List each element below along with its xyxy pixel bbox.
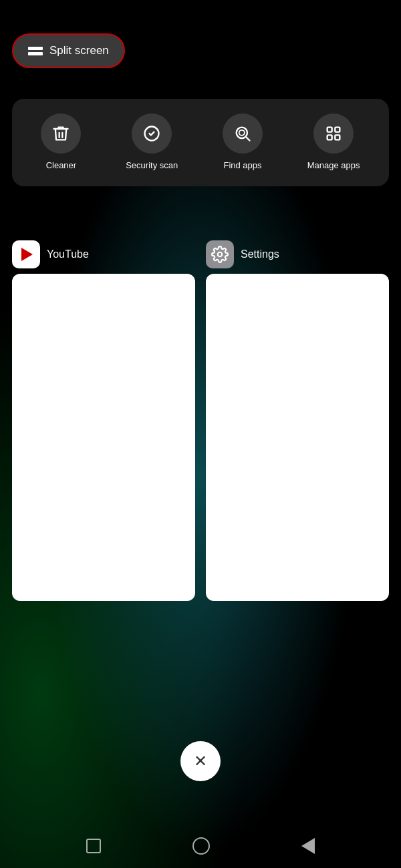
svg-rect-6 <box>327 135 332 140</box>
home-nav-button[interactable] <box>192 837 210 855</box>
app-card-youtube[interactable]: YouTube <box>12 240 195 601</box>
search-icon <box>233 124 252 143</box>
recents-nav-button[interactable] <box>86 839 101 853</box>
manage-apps-icon-circle <box>313 114 354 154</box>
grid-icon <box>324 124 343 143</box>
cleaner-label: Cleaner <box>46 160 77 172</box>
shield-check-icon <box>142 124 161 143</box>
navigation-bar <box>0 837 401 855</box>
svg-point-3 <box>239 130 245 136</box>
tool-security-scan[interactable]: Security scan <box>126 114 178 172</box>
youtube-header: YouTube <box>12 240 195 268</box>
youtube-thumbnail[interactable] <box>12 274 195 601</box>
tool-find-apps[interactable]: Find apps <box>223 114 263 172</box>
back-nav-button[interactable] <box>301 838 315 854</box>
split-screen-icon <box>28 47 43 55</box>
app-switcher: YouTube Settings <box>12 240 389 601</box>
settings-header: Settings <box>206 240 389 268</box>
gear-icon <box>211 246 229 263</box>
security-scan-icon-circle <box>132 114 172 154</box>
tool-cleaner[interactable]: Cleaner <box>41 114 81 172</box>
security-scan-label: Security scan <box>126 160 178 172</box>
cleaner-icon-circle <box>41 114 81 154</box>
find-apps-label: Find apps <box>223 160 261 172</box>
settings-app-name: Settings <box>241 248 279 260</box>
close-button[interactable]: ✕ <box>180 741 221 781</box>
youtube-icon <box>12 240 40 268</box>
youtube-app-name: YouTube <box>47 248 89 260</box>
settings-thumbnail[interactable] <box>206 274 389 601</box>
quick-tools-panel: Cleaner Security scan Find apps <box>12 99 389 186</box>
trash-icon <box>51 124 70 143</box>
svg-rect-5 <box>336 128 340 132</box>
svg-point-8 <box>218 252 223 257</box>
svg-rect-7 <box>336 135 340 140</box>
youtube-play-icon <box>21 248 33 261</box>
settings-icon <box>206 240 234 268</box>
find-apps-icon-circle <box>223 114 263 154</box>
manage-apps-label: Manage apps <box>307 160 360 172</box>
tool-manage-apps[interactable]: Manage apps <box>307 114 360 172</box>
svg-line-2 <box>246 137 249 140</box>
close-icon: ✕ <box>194 753 207 769</box>
split-screen-button[interactable]: Split screen <box>12 33 125 68</box>
main-content: Split screen Cleaner <box>0 0 401 868</box>
split-screen-label: Split screen <box>49 44 109 57</box>
svg-rect-4 <box>327 128 332 132</box>
app-card-settings[interactable]: Settings <box>206 240 389 601</box>
